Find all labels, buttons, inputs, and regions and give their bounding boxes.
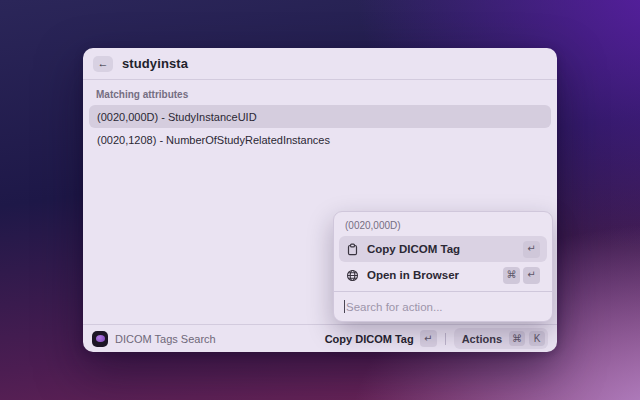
k-key-icon: K xyxy=(529,331,545,346)
primary-action-button[interactable]: Copy DICOM Tag xyxy=(325,333,414,345)
search-query-text[interactable]: studyinsta xyxy=(122,56,188,71)
arrow-left-icon: ← xyxy=(98,58,109,69)
back-button[interactable]: ← xyxy=(93,56,113,72)
result-row-study-instance-uid[interactable]: (0020,000D) - StudyInstanceUID xyxy=(89,105,551,128)
result-label: (0020,000D) - StudyInstanceUID xyxy=(97,111,257,123)
clipboard-icon xyxy=(346,243,359,256)
actions-panel-title: (0020,000D) xyxy=(334,212,552,236)
section-label-matching-attributes: Matching attributes xyxy=(96,89,544,100)
action-item-label: Copy DICOM Tag xyxy=(367,243,515,255)
return-key-icon: ↵ xyxy=(420,330,437,347)
globe-icon xyxy=(346,269,359,282)
result-label: (0020,1208) - NumberOfStudyRelatedInstan… xyxy=(97,134,330,146)
action-search-field[interactable] xyxy=(334,291,552,321)
extension-name: DICOM Tags Search xyxy=(115,333,216,345)
actions-menu-button[interactable]: Actions ⌘ K xyxy=(454,328,548,349)
return-key-icon: ↵ xyxy=(523,267,540,284)
dicom-extension-icon xyxy=(92,331,108,347)
command-key-icon: ⌘ xyxy=(503,267,520,284)
result-row-number-of-study-related-instances[interactable]: (0020,1208) - NumberOfStudyRelatedInstan… xyxy=(89,128,551,151)
text-cursor xyxy=(344,300,345,313)
status-bar: DICOM Tags Search Copy DICOM Tag ↵ Actio… xyxy=(83,324,557,352)
actions-panel: (0020,000D) Copy DICOM Tag ↵ Open in Bro… xyxy=(333,211,553,322)
command-key-icon: ⌘ xyxy=(509,331,525,346)
search-header: ← studyinsta xyxy=(83,48,557,80)
action-item-copy-dicom-tag[interactable]: Copy DICOM Tag ↵ xyxy=(339,236,547,262)
action-item-label: Open in Browser xyxy=(367,269,495,281)
action-item-open-in-browser[interactable]: Open in Browser ⌘ ↵ xyxy=(339,262,547,288)
action-search-input[interactable] xyxy=(334,292,552,321)
actions-label: Actions xyxy=(462,333,502,345)
statusbar-divider xyxy=(445,333,446,345)
return-key-icon: ↵ xyxy=(523,241,540,258)
